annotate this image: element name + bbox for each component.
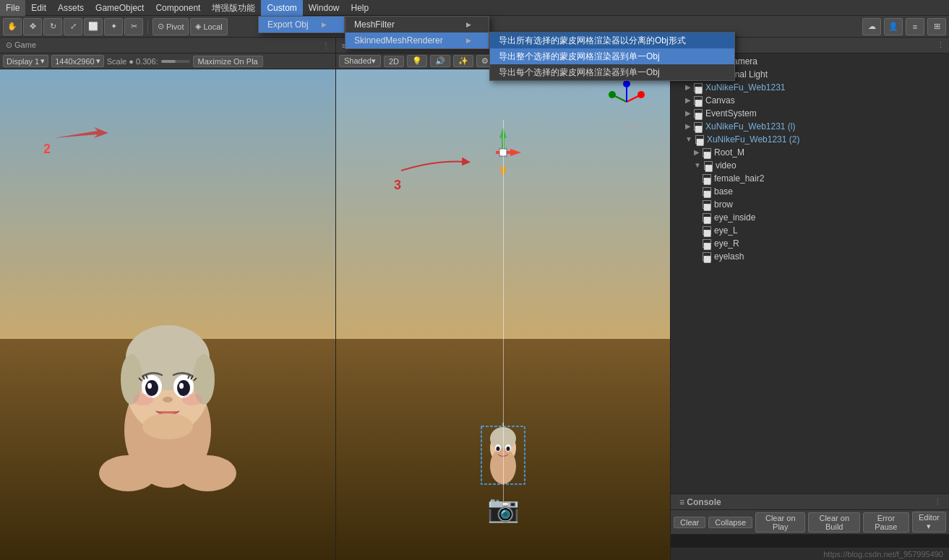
hierarchy-eye-inside[interactable]: ⬜ eye_inside xyxy=(671,211,949,224)
console-buttons: Clear Collapse Clear on Play Clear on Bu… xyxy=(671,510,949,535)
scene-viewport[interactable]: ← Persp xyxy=(336,69,670,560)
svg-point-9 xyxy=(177,380,190,396)
hierarchy-eyelash[interactable]: ⬜ eyelash xyxy=(671,250,949,263)
hierarchy-eye-l[interactable]: ⬜ eye_L xyxy=(671,224,949,237)
collapse-btn[interactable]: Collapse xyxy=(708,517,752,528)
meshfilter-arrow: ▶ xyxy=(466,17,471,33)
chinese-option-2[interactable]: 导出整个选择的蒙皮网格渲染器到单一Obj xyxy=(490,48,734,64)
clear-on-build-btn[interactable]: Clear on Build xyxy=(808,512,860,533)
menu-assets[interactable]: Assets xyxy=(52,0,90,16)
camera-icon: 📷 xyxy=(487,494,520,524)
menu-edit[interactable]: Edit xyxy=(25,0,52,16)
chinese-option-1[interactable]: 导出所有选择的蒙皮网格渲染器以分离的Obj形式 xyxy=(490,33,734,48)
toolbar-scale-btn[interactable]: ⤢ xyxy=(64,18,82,35)
menubar: File Edit Assets GameObject Component 增强… xyxy=(0,0,949,16)
toolbar-transform-btn[interactable]: ✦ xyxy=(104,18,123,35)
audio-btn[interactable]: 🔊 xyxy=(430,55,450,67)
account-btn[interactable]: 👤 xyxy=(884,18,903,35)
menu-component[interactable]: Component xyxy=(150,0,206,16)
hierarchy-root-m[interactable]: ▶ ⬜ Root_M xyxy=(671,146,949,159)
hierarchy-eye-r[interactable]: ⬜ eye_R xyxy=(671,237,949,250)
xu2-icon: ⬜ xyxy=(695,135,704,144)
menu-custom[interactable]: Custom xyxy=(261,0,302,16)
er-icon: ⬜ xyxy=(703,239,711,248)
toolbar-rect-btn[interactable]: ⬜ xyxy=(84,18,103,35)
hierarchy-wrapper: ≡ Hierarchy ⋮ ▶ 🎥 Main Camera ▶ xyxy=(671,38,949,494)
xu2-arrow: ▼ xyxy=(685,133,692,146)
item-label: base xyxy=(714,185,733,198)
console-options[interactable]: ⋮ xyxy=(931,497,945,507)
item-label: eye_L xyxy=(714,224,738,237)
editor-btn[interactable]: Editor ▾ xyxy=(912,512,946,533)
hierarchy-xunikefe-1[interactable]: ▶ ⬜ XuNikeFu_Web1231 xyxy=(671,81,949,94)
hierarchy-xunikefe-l[interactable]: ▶ ⬜ XuNikeFu_Web1231 (l) xyxy=(671,120,949,133)
console-tab-label[interactable]: ≡ Console xyxy=(675,494,726,510)
local-button[interactable]: ◈ Local xyxy=(190,18,227,35)
es-icon: ⬜ xyxy=(694,109,703,118)
svg-point-12 xyxy=(163,397,173,402)
skinned-submenu: 导出所有选择的蒙皮网格渲染器以分离的Obj形式 导出整个选择的蒙皮网格渲染器到单… xyxy=(489,32,735,81)
scale-slider[interactable] xyxy=(161,60,190,63)
toolbar-extra-btn[interactable]: ✂ xyxy=(124,18,143,35)
item-label: EventSystem xyxy=(705,107,757,120)
game-tab-options[interactable]: ⋮ xyxy=(322,41,330,49)
svg-point-14 xyxy=(182,394,202,405)
menu-file[interactable]: File xyxy=(0,0,25,16)
custom-menu-popup: Export Obj ▶ xyxy=(258,16,345,33)
pivot-label: Pivot xyxy=(166,22,184,31)
hierarchy-canvas[interactable]: ▶ ⬜ Canvas xyxy=(671,94,949,107)
hierarchy-base[interactable]: ⬜ base xyxy=(671,185,949,198)
toolbar-hand-btn[interactable]: ✋ xyxy=(3,18,22,35)
export-obj-item[interactable]: Export Obj ▶ xyxy=(259,17,344,33)
fh-icon: ⬜ xyxy=(703,174,711,183)
es-arrow: ▶ xyxy=(685,107,691,120)
menu-gameobject[interactable]: GameObject xyxy=(90,0,150,16)
toolbar-move-btn[interactable]: ✥ xyxy=(23,18,42,35)
menu-window[interactable]: Window xyxy=(303,0,345,16)
game-viewport: 2 xyxy=(0,69,335,560)
hierarchy-video[interactable]: ▼ ⬜ video xyxy=(671,159,949,172)
hierarchy-eventsystem[interactable]: ▶ ⬜ EventSystem xyxy=(671,107,949,120)
item-label: eyelash xyxy=(714,250,744,263)
skinned-item[interactable]: SkinnedMeshRenderer ▶ xyxy=(345,33,489,48)
scene-panel: ≡ Sc... ⋮ 🔒 Shaded▾ 2D 💡 🔊 ✨ ⚙ xyxy=(336,38,671,560)
chinese-option-3[interactable]: 导出每个选择的蒙皮网格渲染器到单一Obj xyxy=(490,64,734,80)
base-icon: ⬜ xyxy=(703,187,711,196)
ei-icon: ⬜ xyxy=(703,213,711,222)
shaded-dropdown[interactable]: Shaded▾ xyxy=(339,55,381,67)
clear-btn[interactable]: Clear xyxy=(674,517,705,528)
export-obj-submenu: MeshFilter ▶ SkinnedMeshRenderer ▶ xyxy=(345,16,489,49)
hierarchy-brow[interactable]: ⬜ brow xyxy=(671,198,949,211)
menu-enhanced[interactable]: 增强版功能 xyxy=(206,0,261,16)
resolution-dropdown[interactable]: 1440x2960 ▾ xyxy=(51,55,103,67)
meshfilter-item[interactable]: MeshFilter ▶ xyxy=(345,17,489,33)
menu-help[interactable]: Help xyxy=(345,0,374,16)
item-label: XuNikeFu_Web1231 (2) xyxy=(707,133,800,146)
effects-btn[interactable]: ✨ xyxy=(453,55,473,67)
hierarchy-xunikefe-2[interactable]: ▼ ⬜ XuNikeFu_Web1231 (2) xyxy=(671,133,949,146)
clear-on-play-btn[interactable]: Clear on Play xyxy=(755,512,805,533)
item-label: XuNikeFu_Web1231 xyxy=(705,81,786,94)
export-obj-label: Export Obj xyxy=(267,17,309,33)
layers-btn[interactable]: ≡ xyxy=(906,18,924,35)
local-label: Local xyxy=(203,22,222,31)
content-area: ⊙ Game ⋮ Display 1 ▾ 1440x2960 ▾ Scale ●… xyxy=(0,38,949,560)
ey-icon: ⬜ xyxy=(703,252,711,261)
svg-point-11 xyxy=(179,383,184,389)
hierarchy-options[interactable]: ⋮ xyxy=(937,40,945,50)
item-label: brow xyxy=(714,198,733,211)
game-tab-label[interactable]: ⊙ Game xyxy=(6,40,36,50)
collab-btn[interactable]: ☁ xyxy=(862,18,881,35)
lighting-btn[interactable]: 💡 xyxy=(407,55,427,67)
2d-btn[interactable]: 2D xyxy=(384,56,404,67)
error-pause-btn[interactable]: Error Pause xyxy=(863,512,909,533)
display-dropdown[interactable]: Display 1 ▾ xyxy=(3,55,48,67)
maximize-btn[interactable]: Maximize On Pla xyxy=(193,56,263,67)
toolbar-rotate-btn[interactable]: ↻ xyxy=(43,18,62,35)
pivot-button[interactable]: ⊙ Pivot xyxy=(153,18,189,35)
svg-point-13 xyxy=(133,394,153,405)
console-tabs: ≡ Console ⋮ xyxy=(671,494,949,510)
local-icon: ◈ xyxy=(195,22,201,31)
hierarchy-female-hair[interactable]: ⬜ female_hair2 xyxy=(671,172,949,185)
layout-btn[interactable]: ⊞ xyxy=(927,18,946,35)
